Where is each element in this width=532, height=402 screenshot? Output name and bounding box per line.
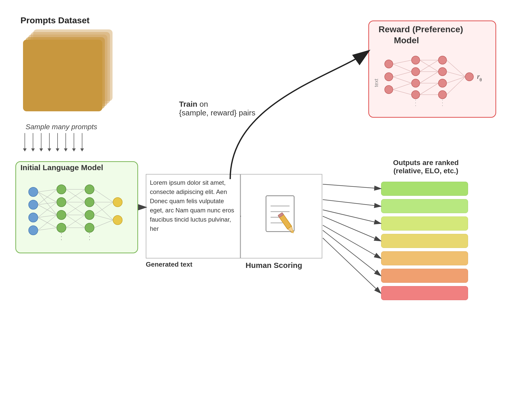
output-bar-4 <box>381 234 468 248</box>
svg-point-2 <box>29 213 38 222</box>
svg-line-71 <box>393 77 412 83</box>
svg-point-3 <box>29 226 38 235</box>
train-text: Train on {sample, reward} pairs <box>179 100 255 117</box>
scoring-icon <box>261 193 302 239</box>
svg-line-46 <box>94 220 113 228</box>
generated-text-content: Lorem ipsum dolor sit amet, consecte adi… <box>150 179 234 232</box>
reward-label-1: Reward (Preference) <box>379 24 463 34</box>
svg-point-6 <box>57 210 66 220</box>
down-arrow-1 <box>23 133 27 151</box>
svg-text:·: · <box>415 103 416 107</box>
svg-text:θ: θ <box>480 77 482 82</box>
svg-line-81 <box>420 83 438 95</box>
down-arrow-7 <box>72 133 76 151</box>
nn-svg-ilm: · · · · · · <box>20 179 128 243</box>
svg-point-49 <box>385 73 393 81</box>
svg-line-85 <box>447 77 465 95</box>
svg-line-80 <box>420 72 438 83</box>
output-bar-1 <box>381 182 468 196</box>
svg-point-13 <box>85 210 94 220</box>
svg-point-12 <box>85 198 94 207</box>
down-arrow-2 <box>31 133 35 151</box>
svg-point-58 <box>438 56 447 64</box>
down-arrow-5 <box>56 133 59 151</box>
svg-line-84 <box>447 77 465 83</box>
svg-text:·: · <box>61 236 62 242</box>
svg-line-69 <box>393 64 412 72</box>
svg-point-18 <box>113 198 122 207</box>
human-scoring-label: Human Scoring <box>246 261 302 270</box>
svg-point-59 <box>438 68 447 76</box>
output-bar-2 <box>381 199 468 213</box>
svg-point-0 <box>29 187 38 197</box>
svg-point-19 <box>113 215 122 225</box>
stack-card-main <box>23 40 102 111</box>
reward-label-2: Model <box>394 35 419 45</box>
output-bar-5 <box>381 251 468 265</box>
outputs-ranked-label: Outputs are ranked(relative, ELO, etc.) <box>380 159 472 175</box>
svg-point-11 <box>85 185 94 194</box>
svg-point-51 <box>412 56 420 64</box>
generated-text-label: Generated text <box>146 260 192 268</box>
svg-point-60 <box>438 79 447 87</box>
svg-point-48 <box>385 60 393 68</box>
ilm-label: Initial Language Model <box>20 163 103 172</box>
prompts-dataset-label: Prompts Dataset <box>20 15 90 25</box>
svg-line-44 <box>94 202 113 215</box>
svg-point-4 <box>57 185 66 194</box>
svg-point-53 <box>412 79 420 87</box>
human-scoring-box <box>240 174 322 258</box>
down-arrow-6 <box>64 133 68 151</box>
down-arrow-4 <box>48 133 51 151</box>
down-arrow-8 <box>80 133 84 151</box>
svg-point-1 <box>29 200 38 209</box>
svg-point-52 <box>412 68 420 76</box>
down-arrow-3 <box>39 133 43 151</box>
svg-text:·: · <box>89 236 90 242</box>
sample-label: Sample many prompts <box>26 123 97 131</box>
svg-point-50 <box>385 85 393 94</box>
output-bar-3 <box>381 216 468 231</box>
svg-point-65 <box>465 73 473 81</box>
svg-text:·: · <box>442 103 443 107</box>
generated-text-box: Lorem ipsum dolor sit amet, consecte adi… <box>146 174 240 258</box>
down-arrows <box>23 133 84 151</box>
svg-line-70 <box>393 72 412 77</box>
svg-text:text: text <box>373 79 379 87</box>
svg-line-68 <box>393 60 412 64</box>
output-bar-6 <box>381 269 468 283</box>
train-bold: Train <box>179 100 197 108</box>
diagram-container: Prompts Dataset Sample many prompts <box>0 0 532 402</box>
output-bar-7 <box>381 286 468 300</box>
svg-point-5 <box>57 198 66 207</box>
svg-line-73 <box>393 90 412 95</box>
svg-line-72 <box>393 83 412 90</box>
nn-svg-reward: text · · · · · · r θ <box>371 51 486 107</box>
svg-line-41 <box>94 189 113 202</box>
